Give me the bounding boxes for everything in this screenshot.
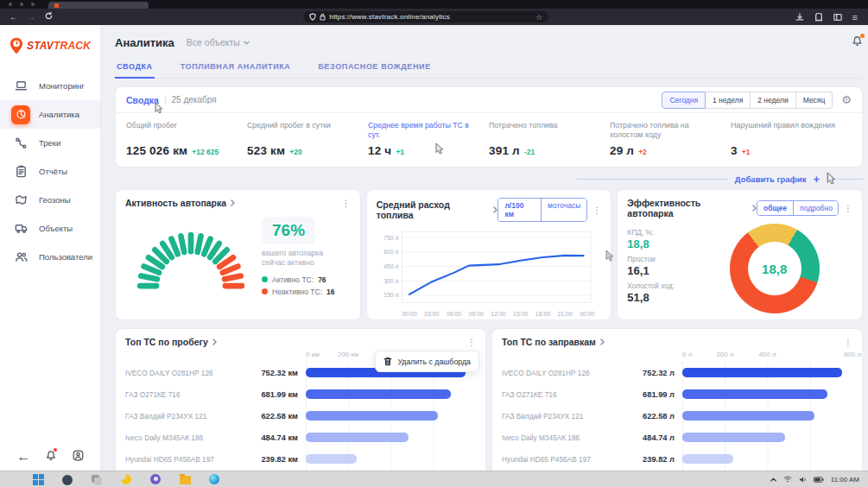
browser-toolbar: ← → https://www.stavtrack.online/analyti… xyxy=(0,9,868,25)
purple-app-icon[interactable] xyxy=(150,474,162,485)
extensions-icon[interactable] xyxy=(814,13,823,22)
stat-driving-violations: Нарушений правил вождения 3+1 xyxy=(731,121,852,157)
collapse-sidebar-icon[interactable]: ← xyxy=(16,449,30,465)
toggle-detailed[interactable]: подробно xyxy=(793,201,839,215)
date-range-group: Сегодня 1 неделя 2 недели Месяц xyxy=(662,92,833,109)
logo-pin-icon xyxy=(9,37,24,54)
toggle-motohours[interactable]: моточасы xyxy=(541,199,586,221)
toggle-general[interactable]: общее xyxy=(757,201,793,215)
battery-icon[interactable] xyxy=(814,477,824,483)
sidebar-item-users[interactable]: Пользователи xyxy=(0,243,100,271)
svg-text:12:00: 12:00 xyxy=(491,311,505,317)
kebab-menu-icon[interactable] xyxy=(337,199,351,208)
toggle-l-per-100km[interactable]: л/100 км xyxy=(498,199,541,221)
kebab-menu-icon[interactable] xyxy=(839,338,852,347)
vehicle-row: ГАЗ О271КЕ 716681.99 л xyxy=(502,383,852,405)
window-controls[interactable] xyxy=(9,3,35,6)
sidebar-item-monitoring[interactable]: Мониторинг xyxy=(0,72,100,100)
fleet-efficiency-title[interactable]: Эффективность автопарка xyxy=(627,198,757,218)
stat-idle-fuel: Потрачено топлива на холостом ходу 29 л+… xyxy=(610,121,731,157)
tab-summary[interactable]: СВОДКА xyxy=(115,59,155,79)
back-icon[interactable]: ← xyxy=(5,12,22,22)
address-bar[interactable]: https://www.stavtrack.online/analytics ☆ xyxy=(303,11,548,22)
refuel-bar xyxy=(682,389,827,399)
delete-from-dashboard-menu-item[interactable]: Удалить с дашборда xyxy=(375,351,479,372)
refuels-axis: 0 л 200 л 400 л 800 л xyxy=(682,351,852,362)
svg-text:03:00: 03:00 xyxy=(424,311,439,317)
svg-text:06:00: 06:00 xyxy=(447,311,461,317)
vehicle-row: Hyundai HD65 Р456АВ 197239.82 км xyxy=(125,448,476,470)
wifi-icon[interactable] xyxy=(783,476,792,483)
objects-icon xyxy=(11,219,30,238)
refuel-bar xyxy=(682,433,785,442)
menu-icon[interactable]: ≡ xyxy=(852,12,858,22)
sidebar-item-tracks[interactable]: Треки xyxy=(0,129,100,157)
top-refuels-title[interactable]: Топ ТС по заправкам xyxy=(502,337,605,347)
volume-icon[interactable] xyxy=(799,476,807,484)
file-explorer-icon[interactable] xyxy=(180,474,191,485)
search-icon[interactable] xyxy=(62,474,73,485)
add-chart-button[interactable]: Добавить график xyxy=(735,174,807,184)
analytics-icon xyxy=(11,105,30,124)
reload-icon[interactable] xyxy=(40,12,57,22)
legend-inactive: Неактивно ТС: 16 xyxy=(262,288,344,296)
plus-icon[interactable]: + xyxy=(813,174,820,185)
svg-text:15:00: 15:00 xyxy=(513,311,528,317)
task-view-icon[interactable] xyxy=(92,474,103,485)
alerts-bell-icon[interactable] xyxy=(852,35,863,50)
kebab-menu-icon[interactable] xyxy=(587,206,601,215)
svg-text:21:00: 21:00 xyxy=(557,311,572,317)
notifications-bell-icon[interactable] xyxy=(46,449,56,465)
svg-text:00:00: 00:00 xyxy=(580,311,594,317)
kebab-menu-icon[interactable] xyxy=(462,338,476,347)
avg-fuel-title[interactable]: Средний расход топлива xyxy=(377,199,498,220)
vehicle-row: IVECO DAILY О281НР 126752.32 л xyxy=(502,362,852,383)
stat-avg-daily-mileage: Средний пробег в сутки 523 км+20 xyxy=(247,121,368,157)
efficiency-donut-chart: 18,8 xyxy=(730,224,820,313)
settings-gear-icon[interactable]: ⚙ xyxy=(841,94,852,105)
sidebar-item-analytics[interactable]: Аналитика xyxy=(0,100,100,129)
users-icon xyxy=(11,248,30,267)
red-dot-icon xyxy=(262,288,268,294)
svg-text:09:00: 09:00 xyxy=(468,311,483,317)
kebab-menu-icon[interactable] xyxy=(839,204,852,213)
top-refuels-card: Топ ТС по заправкам 0 л 200 л 400 л 800 … xyxy=(491,328,863,471)
top-mileage-title[interactable]: Топ ТС по пробегу xyxy=(125,337,217,347)
fuel-line-chart: 150 л300 л450 л600 л750 л00:0003:0006:00… xyxy=(377,225,599,326)
account-icon[interactable] xyxy=(73,449,84,465)
forward-icon[interactable]: → xyxy=(22,12,40,22)
range-month-button[interactable]: Месяц xyxy=(796,92,833,109)
downloads-icon[interactable] xyxy=(795,13,804,22)
browser-tab[interactable] xyxy=(48,2,149,9)
page-title: Аналитика xyxy=(115,36,174,49)
add-chart-row: Добавить график + xyxy=(115,174,863,185)
sidebar-item-reports[interactable]: Отчёты xyxy=(0,157,100,186)
clock[interactable]: 11:00 AM xyxy=(831,476,859,484)
os-taskbar: 11:00 AM xyxy=(0,471,868,487)
summary-title-link[interactable]: Сводка xyxy=(126,95,159,105)
range-1week-button[interactable]: 1 неделя xyxy=(706,92,751,109)
start-button-icon[interactable] xyxy=(33,474,44,485)
activity-caption: вашего автопарка сейчас активно xyxy=(262,249,344,269)
stavtrack-logo: STAVTRACK xyxy=(0,25,100,65)
sidebar-item-objects[interactable]: Объекты xyxy=(0,214,100,243)
sidebar-item-geozones[interactable]: Геозоны xyxy=(0,186,100,214)
main-content: Аналитика Все объекты СВОДКА ТОПЛИВНАЯ А… xyxy=(101,25,868,471)
fleet-activity-card: Активность автопарка 76% вашего автопарк… xyxy=(115,189,361,320)
range-2weeks-button[interactable]: 2 недели xyxy=(751,92,795,109)
svg-text:450 л: 450 л xyxy=(383,263,398,269)
vehicle-row: ГАЗ Валдай Р234УХ 121622.58 л xyxy=(502,405,852,427)
objects-filter-dropdown[interactable]: Все объекты xyxy=(187,37,250,47)
sidebar-panel-icon[interactable] xyxy=(833,13,842,22)
tab-fuel-analytics[interactable]: ТОПЛИВНАЯ АНАЛИТИКА xyxy=(179,59,293,78)
edge-browser-icon[interactable] xyxy=(209,474,220,485)
svg-text:750 л: 750 л xyxy=(383,235,398,241)
bookmark-star-icon[interactable]: ☆ xyxy=(535,13,542,22)
activity-legend: Активно ТС: 76 Неактивно ТС: 16 xyxy=(262,275,344,296)
chevron-right-icon xyxy=(600,338,605,345)
tab-safe-driving[interactable]: БЕЗОПАСНОЕ ВОЖДЕНИЕ xyxy=(316,59,432,78)
fleet-activity-title[interactable]: Активность автопарка xyxy=(125,198,235,208)
moon-app-icon[interactable] xyxy=(121,474,132,485)
range-today-button[interactable]: Сегодня xyxy=(662,92,706,109)
tray-chevron-icon[interactable] xyxy=(770,478,776,482)
